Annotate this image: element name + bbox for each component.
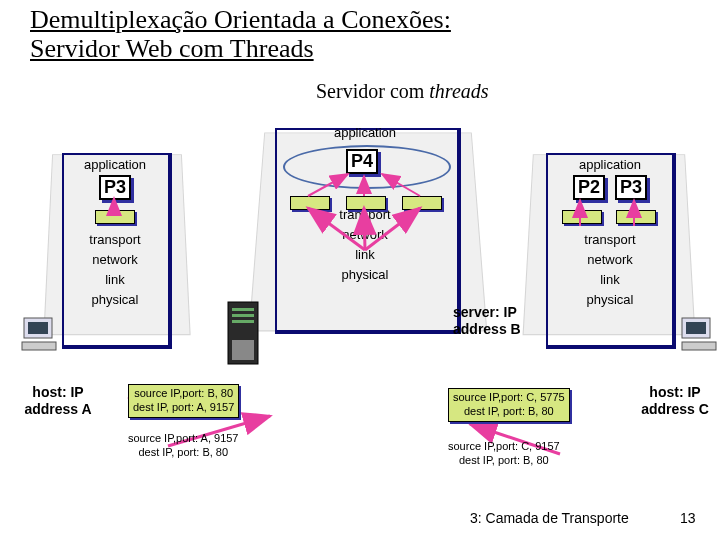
title-line-2: Servidor Web com Threads	[30, 34, 314, 63]
subtitle: Servidor com threads	[316, 80, 489, 103]
proc-p3-right: P3	[615, 175, 647, 200]
packet-left-top: source IP,port: B, 80 dest IP, port: A, …	[128, 384, 239, 418]
packet-right-top: source IP,port: C, 5775 dest IP, port: B…	[448, 388, 570, 422]
svg-rect-5	[232, 314, 254, 317]
pkt-l1: source IP,port: C, 9157	[448, 440, 560, 452]
label-link: link	[60, 270, 170, 290]
proc-p3-left: P3	[99, 175, 131, 200]
svg-rect-1	[28, 322, 48, 334]
pkt-l1: source IP,port: B, 80	[134, 387, 233, 399]
label-physical-c: physical	[550, 290, 670, 310]
label-transport-c: transport	[550, 230, 670, 250]
footer: 3: Camada de Transporte	[470, 510, 629, 526]
label-transport-server: transport	[310, 205, 420, 225]
pkt-l2: dest IP, port: B, 80	[464, 405, 554, 417]
pkt-l2: dest IP, port: B, 80	[459, 454, 549, 466]
page-title: Demultiplexação Orientada a Conexões: Se…	[30, 6, 451, 63]
proc-p4: P4	[346, 149, 378, 174]
packet-right-bottom: source IP,port: C, 9157 dest IP, port: B…	[448, 440, 560, 468]
pc-icon-right	[676, 314, 720, 358]
label-link-server: link	[310, 245, 420, 265]
page-number: 13	[680, 510, 696, 526]
pkt-l2: dest IP, port: A, 9157	[133, 401, 234, 413]
host-c-label: host: IP address C	[640, 384, 710, 418]
label-physical: physical	[60, 290, 170, 310]
label-application-c: application	[550, 155, 670, 175]
svg-rect-10	[682, 342, 716, 350]
server-icon	[226, 300, 260, 368]
host-a-stack: application P3 transport network link ph…	[60, 155, 170, 310]
pc-icon-left	[20, 314, 64, 358]
server-label: server: IP address B	[453, 304, 543, 338]
svg-rect-4	[232, 308, 254, 311]
socket-host-a	[95, 210, 135, 224]
label-link-c: link	[550, 270, 670, 290]
packet-left-bottom: source IP,port: A, 9157 dest IP, port: B…	[128, 432, 238, 460]
svg-rect-2	[22, 342, 56, 350]
host-a-label: host: IP address A	[18, 384, 98, 418]
subtitle-pre: Servidor com	[316, 80, 429, 102]
label-application: application	[60, 155, 170, 175]
server-stack-lower: transport network link physical	[310, 205, 420, 285]
pkt-l2: dest IP, port: B, 80	[138, 446, 228, 458]
label-physical-server: physical	[310, 265, 420, 285]
host-c-stack: application P2 P3 transport network link…	[550, 155, 670, 310]
socket-host-c-1	[562, 210, 602, 224]
label-network-server: network	[310, 225, 420, 245]
title-line-1: Demultiplexação Orientada a Conexões:	[30, 5, 451, 34]
svg-rect-7	[232, 340, 254, 360]
label-transport: transport	[60, 230, 170, 250]
label-network: network	[60, 250, 170, 270]
socket-host-c-2	[616, 210, 656, 224]
server-stack: application	[310, 123, 420, 143]
svg-rect-9	[686, 322, 706, 334]
svg-rect-6	[232, 320, 254, 323]
pkt-l1: source IP,port: A, 9157	[128, 432, 238, 444]
subtitle-italic: threads	[429, 80, 488, 102]
slide: { "title_line1": "Demultiplexação Orient…	[0, 0, 720, 540]
pkt-l1: source IP,port: C, 5775	[453, 391, 565, 403]
label-network-c: network	[550, 250, 670, 270]
label-application-server: application	[310, 123, 420, 143]
proc-p2: P2	[573, 175, 605, 200]
